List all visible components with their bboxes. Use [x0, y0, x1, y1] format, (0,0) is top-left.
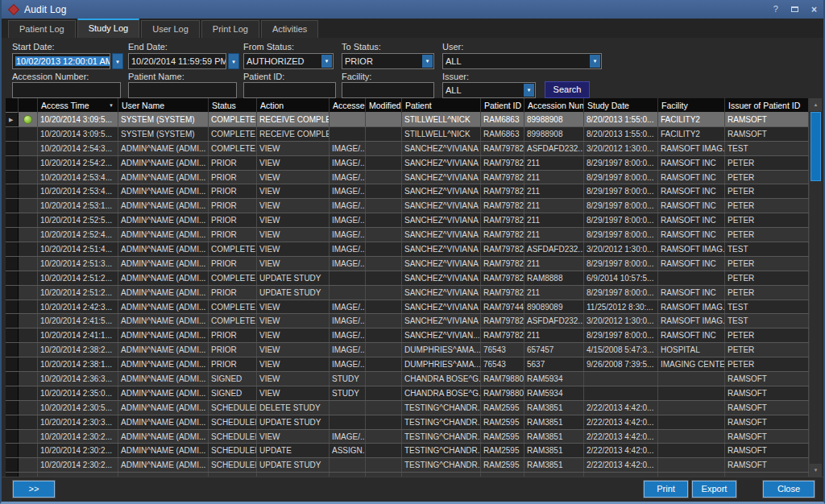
print-button[interactable]: Print — [644, 481, 688, 498]
close-window-button[interactable]: × — [811, 5, 817, 14]
column-header-study-date[interactable]: Study Date — [584, 98, 658, 113]
table-row[interactable]: 10/20/2014 2:30:3...ADMIN^NAME (ADMI...S… — [6, 415, 809, 430]
end-date-field[interactable]: 10/20/2014 11:59:59 PM — [128, 53, 226, 69]
cell-access-time: 10/20/2014 2:51:2... — [38, 271, 118, 285]
row-status-cell — [19, 142, 38, 155]
column-header-patient[interactable]: Patient — [402, 98, 481, 113]
cell-accession-number: RAM3851 — [524, 430, 584, 444]
table-row[interactable]: 10/20/2014 2:30:2...ADMIN^NAME (ADMI...S… — [6, 444, 809, 458]
table-row[interactable]: 10/20/2014 2:54:3...ADMIN^NAME (ADMI...C… — [6, 142, 809, 156]
cell-modified — [366, 372, 402, 386]
patient-name-input[interactable] — [128, 82, 237, 98]
patient-id-input[interactable] — [243, 82, 336, 98]
row-status-cell — [19, 444, 38, 457]
cell-patient: DUMPHRIES^AMA... — [402, 357, 481, 371]
export-button[interactable]: Export — [692, 481, 736, 498]
to-status-combo[interactable]: PRIOR ▼ — [342, 53, 434, 69]
cell-status: COMPLETE... — [209, 271, 257, 285]
table-row[interactable]: 10/20/2014 3:09:5...SYSTEM (SYSTEM)COMPL… — [6, 127, 809, 142]
cell-accession-number: 657457 — [524, 343, 584, 357]
cell-action: RECEIVE COMPLE... — [257, 113, 330, 126]
column-header-action[interactable]: Action — [257, 98, 330, 113]
table-row[interactable]: 10/20/2014 2:53:4...ADMIN^NAME (ADMI...P… — [6, 184, 809, 199]
cell-action: UPDATE STUDY — [257, 415, 330, 429]
tab-study-log[interactable]: Study Log — [77, 19, 140, 38]
maximize-button[interactable] — [791, 5, 798, 14]
table-row[interactable]: 10/20/2014 2:41:1...ADMIN^NAME (ADMI...P… — [6, 328, 809, 343]
cell-action: DELETE STUDY — [257, 401, 330, 415]
table-row[interactable]: 10/20/2014 2:54:2...ADMIN^NAME (ADMI...P… — [6, 156, 809, 171]
column-header-status[interactable]: Status — [209, 98, 257, 113]
cell-facility: HOSPITAL — [658, 343, 725, 357]
column-header-access-time[interactable]: Access Time▼ — [38, 98, 118, 113]
column-header-issuer[interactable]: Issuer of Patient ID — [725, 98, 809, 113]
table-row[interactable]: 10/20/2014 2:52:5...ADMIN^NAME (ADMI...P… — [6, 213, 809, 228]
issuer-dropdown-button[interactable]: ▼ — [524, 84, 534, 97]
start-date-field[interactable]: 10/02/2013 12:00:01 AM — [12, 53, 110, 69]
table-row[interactable]: 10/20/2014 2:51:3...ADMIN^NAME (ADMI...P… — [6, 257, 809, 271]
maximize-icon — [791, 6, 798, 12]
table-row[interactable]: 10/20/2014 2:30:2...ADMIN^NAME (ADMI...S… — [6, 430, 809, 444]
tab-print-log[interactable]: Print Log — [201, 20, 259, 38]
cell-study-date: 8/29/1997 8:00:0... — [584, 257, 658, 271]
help-button[interactable]: ? — [773, 5, 778, 14]
table-row[interactable]: 10/20/2014 2:53:4...ADMIN^NAME (ADMI...P… — [6, 171, 809, 185]
column-header-accession-number[interactable]: Accession Number — [524, 98, 584, 113]
table-row[interactable]: 10/20/2014 2:51:4...ADMIN^NAME (ADMI...C… — [6, 242, 809, 257]
cell-accessed: IMAGE/... — [330, 430, 366, 444]
table-row[interactable]: 10/20/2014 2:42:3...ADMIN^NAME (ADMI...C… — [6, 300, 809, 315]
cell-accession-number: ASFDAFD232... — [524, 242, 584, 256]
table-row[interactable]: 10/20/2014 2:38:2...ADMIN^NAME (ADMI...P… — [6, 343, 809, 357]
table-row[interactable]: 10/20/2014 2:38:1...ADMIN^NAME (ADMI...P… — [6, 357, 809, 372]
table-row[interactable]: 10/20/2014 2:30:5...ADMIN^NAME (ADMI...S… — [6, 401, 809, 415]
row-selector-cell — [6, 242, 19, 256]
cell-patient-id: RAM79782 — [481, 156, 524, 170]
cell-accession-number: 89988908 — [524, 113, 584, 126]
table-row[interactable]: 10/20/2014 2:52:4...ADMIN^NAME (ADMI...P… — [6, 228, 809, 242]
cell-issuer: PETER — [725, 286, 809, 300]
cell-access-time: 10/20/2014 2:51:4... — [38, 242, 118, 256]
cell-patient-id: RAM2595 — [481, 458, 524, 472]
tab-patient-log[interactable]: Patient Log — [8, 20, 76, 38]
vertical-scrollbar[interactable]: ▲ ▼ — [809, 98, 822, 477]
column-header-accessed[interactable]: Accessed — [330, 98, 366, 113]
accession-number-input[interactable] — [12, 82, 121, 98]
expand-button[interactable]: >> — [13, 481, 55, 498]
search-button[interactable]: Search — [545, 81, 590, 98]
issuer-combo[interactable]: ALL ▼ — [442, 82, 536, 98]
cell-modified — [366, 286, 402, 300]
scrollbar-thumb[interactable] — [810, 112, 821, 181]
column-header-modified[interactable]: Modified — [366, 98, 402, 113]
row-status-cell — [19, 357, 38, 371]
table-row[interactable]: ▶10/20/2014 3:09:5...SYSTEM (SYSTEM)COMP… — [6, 113, 809, 127]
table-row[interactable]: 10/20/2014 2:41:5...ADMIN^NAME (ADMI...C… — [6, 314, 809, 328]
from-status-combo[interactable]: AUTHORIZED ▼ — [243, 53, 334, 69]
scroll-up-icon[interactable]: ▲ — [810, 98, 822, 111]
cell-accessed — [330, 415, 366, 429]
table-row[interactable]: 10/20/2014 2:51:2...ADMIN^NAME (ADMI...P… — [6, 286, 809, 300]
close-button[interactable]: Close — [763, 481, 815, 498]
column-header-patient-id[interactable]: Patient ID — [481, 98, 524, 113]
row-selector-cell — [6, 213, 19, 227]
cell-patient-id: RAM2595 — [481, 401, 524, 415]
table-row[interactable]: 10/20/2014 2:53:1...ADMIN^NAME (ADMI...P… — [6, 199, 809, 213]
cell-issuer: PETER — [725, 184, 809, 198]
start-date-dropdown-button[interactable]: ▼ — [112, 53, 123, 69]
table-row[interactable]: 10/20/2014 2:36:3...ADMIN^NAME (ADMI...S… — [6, 372, 809, 386]
from-status-dropdown-button[interactable]: ▼ — [321, 55, 332, 68]
cell-patient: CHANDRA BOSE^G... — [402, 386, 481, 400]
table-row[interactable]: 10/20/2014 2:35:0...ADMIN^NAME (ADMI...S… — [6, 386, 809, 401]
end-date-dropdown-button[interactable]: ▼ — [228, 53, 239, 69]
tab-user-log[interactable]: User Log — [141, 20, 200, 38]
table-row[interactable]: 10/20/2014 2:51:2...ADMIN^NAME (ADMI...C… — [6, 271, 809, 286]
to-status-dropdown-button[interactable]: ▼ — [422, 55, 433, 68]
facility-input[interactable] — [342, 82, 434, 98]
row-selector-cell — [6, 142, 19, 155]
column-header-facility[interactable]: Facility — [658, 98, 725, 113]
scroll-down-icon[interactable]: ▼ — [810, 464, 822, 477]
table-row[interactable]: 10/20/2014 2:30:2...ADMIN^NAME (ADMI...S… — [6, 458, 809, 473]
tab-activities[interactable]: Activities — [261, 20, 318, 38]
column-header-user-name[interactable]: User Name — [118, 98, 209, 113]
user-dropdown-button[interactable]: ▼ — [590, 55, 600, 68]
user-combo[interactable]: ALL ▼ — [442, 53, 602, 69]
